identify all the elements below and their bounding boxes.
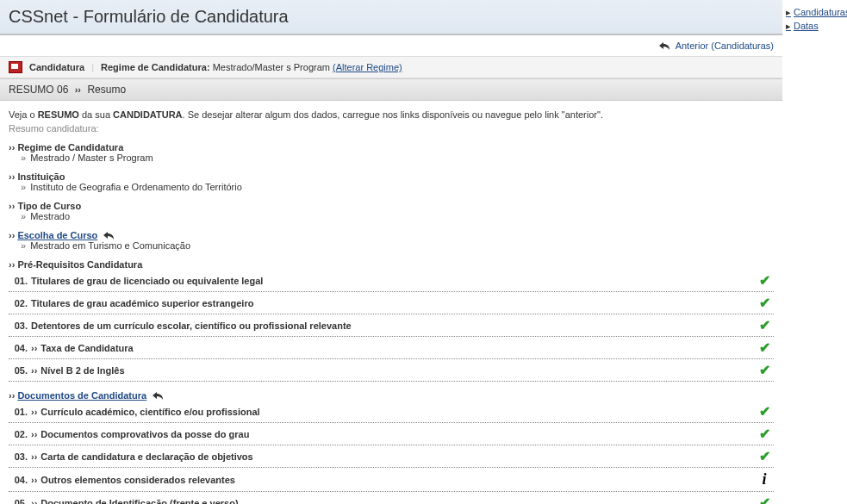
back-candidaturas-link[interactable]: Anterior (Candidaturas) [659, 40, 774, 51]
check-icon: ✔ [759, 340, 770, 355]
chevron-right-icon: ›› [31, 407, 37, 417]
undo-icon[interactable] [153, 390, 163, 401]
page-title: CSSnet - Formulário de Candidatura [9, 7, 774, 27]
sidebar-link-candidaturas[interactable]: ▸Candidaturas [786, 7, 844, 18]
chevron-right-icon: ›› [31, 498, 37, 504]
chevron-right-icon: ›› [31, 475, 37, 485]
check-icon: ✔ [759, 426, 770, 441]
doc-row: 05.››Documento de Identificação (frente … [9, 492, 774, 504]
check-icon: ✔ [759, 296, 770, 310]
breadcrumb-regime-value: Mestrado/Master s Program [213, 62, 330, 72]
escolha-curso-link[interactable]: Escolha de Curso [17, 230, 97, 240]
summary-item-instituicao: ›› Instituição » Instituto de Geografia … [9, 171, 774, 192]
sidebar-link-datas[interactable]: ▸Datas [786, 21, 844, 32]
page-header: CSSnet - Formulário de Candidatura [0, 0, 782, 35]
chevron-right-icon: ›› [31, 429, 37, 439]
summary-item-tipo-curso: ›› Tipo de Curso » Mestrado [9, 201, 774, 221]
check-icon: ✔ [759, 449, 770, 464]
chevron-right-icon: ›› [31, 451, 37, 462]
doc-row: 04.››Outros elementos considerados relev… [9, 468, 774, 492]
info-icon: i [762, 470, 766, 488]
section-step: RESUMO 06 [9, 84, 68, 96]
prereq-row: 04.››Taxa de Candidatura✔ [9, 337, 774, 359]
sidebar: ▸Candidaturas ▸Datas [782, 0, 847, 504]
docs-section: ›› Documentos de Candidatura 01.››Curríc… [9, 390, 774, 504]
doc-row: 01.››Currículo académico, científico e/o… [9, 401, 774, 423]
doc-row: 02.››Documentos comprovativos da posse d… [9, 423, 774, 445]
undo-icon[interactable] [103, 230, 114, 240]
summary-item-escolha-curso: ›› Escolha de Curso » Mestrado em Turism… [9, 230, 774, 251]
chevron-right-icon: ›› [31, 343, 37, 353]
documentos-link[interactable]: Documentos de Candidatura [17, 390, 146, 401]
check-icon: ✔ [759, 495, 770, 504]
intro-subhead: Resumo candidatura: [9, 123, 774, 134]
check-icon: ✔ [759, 318, 770, 333]
prereq-row: 01.Titulares de grau de licenciado ou eq… [9, 270, 774, 292]
breadcrumb: Candidatura | Regime de Candidatura: Mes… [0, 56, 782, 78]
reply-icon [659, 40, 670, 51]
check-icon: ✔ [759, 273, 770, 288]
breadcrumb-regime-label: Regime de Candidatura: [101, 62, 210, 72]
check-icon: ✔ [759, 404, 770, 419]
breadcrumb-app: Candidatura [29, 62, 84, 72]
section-title-bar: RESUMO 06 ›› Resumo [0, 78, 782, 101]
check-icon: ✔ [759, 363, 770, 377]
prereq-row: 03.Detentores de um currículo escolar, c… [9, 314, 774, 337]
doc-row: 03.››Carta de candidatura e declaração d… [9, 445, 774, 468]
prereq-row: 02.Titulares de grau académico superior … [9, 292, 774, 314]
intro-text: Veja o RESUMO da sua CANDIDATURA. Se des… [9, 109, 774, 120]
chevron-right-icon: ›› [31, 365, 37, 376]
app-icon [9, 61, 22, 73]
change-regime-link[interactable]: (Alterar Regime) [333, 62, 402, 72]
prereq-row: 05.››Nível B 2 de Inglês✔ [9, 359, 774, 382]
section-title: Resumo [87, 84, 126, 96]
prereq-section: ›› Pré-Requisitos Candidatura 01.Titular… [9, 259, 774, 382]
chevron-right-icon: ›› [75, 84, 81, 95]
summary-item-regime: ›› Regime de Candidatura » Mestrado / Ma… [9, 142, 774, 163]
